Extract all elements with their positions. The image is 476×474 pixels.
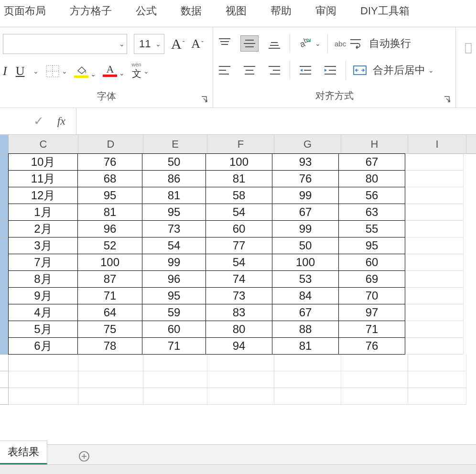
ribbon-overflow[interactable] [456,27,476,108]
menu-diy-toolbox[interactable]: DIY工具箱 [360,4,410,18]
cell[interactable]: 6月 [8,337,78,355]
cell[interactable]: 64 [77,304,142,321]
col-header-G[interactable]: G [274,135,341,153]
cell[interactable]: 86 [142,170,206,187]
cell[interactable] [78,355,143,371]
cell[interactable] [405,154,464,171]
cell[interactable]: 81 [142,187,206,204]
col-header-C[interactable]: C [9,135,78,153]
cell[interactable] [405,338,464,355]
cell[interactable] [143,371,207,388]
align-top-icon[interactable] [216,36,233,51]
row-header[interactable] [0,187,9,204]
cell[interactable] [341,388,408,405]
increase-font-icon[interactable]: Aˆ [171,36,184,52]
cell[interactable]: 67 [272,304,339,321]
cell[interactable] [341,355,408,371]
decrease-font-icon[interactable]: Aˇ [191,37,203,51]
cell[interactable] [405,271,464,288]
cell[interactable] [405,221,464,237]
cell[interactable] [405,237,464,254]
cell[interactable] [408,371,466,388]
cell[interactable]: 60 [142,321,206,338]
cell[interactable]: 8月 [8,270,78,288]
cell[interactable]: 50 [142,153,206,171]
row-header[interactable] [0,254,9,271]
cell[interactable]: 9月 [8,287,78,304]
cell[interactable]: 53 [272,270,339,288]
cell[interactable]: 95 [142,287,206,304]
cell[interactable]: 81 [272,337,339,355]
menu-view[interactable]: 视图 [226,4,247,18]
align-center-icon[interactable] [241,63,258,78]
cell[interactable] [78,371,143,388]
cell[interactable] [274,355,341,371]
cell[interactable]: 67 [272,204,339,221]
cell[interactable]: 60 [206,220,272,237]
cell[interactable]: 99 [142,254,206,271]
cell[interactable]: 63 [338,204,405,221]
cell[interactable] [274,371,341,388]
cell[interactable] [143,388,207,405]
cell[interactable]: 73 [142,220,206,237]
cell[interactable]: 50 [272,237,339,254]
cell[interactable] [78,388,143,405]
decrease-indent-icon[interactable] [297,63,314,78]
add-sheet-button[interactable] [76,448,92,464]
cell[interactable]: 87 [77,270,142,288]
row-header[interactable] [0,221,9,237]
cell[interactable]: 54 [142,237,206,254]
cell[interactable]: 95 [142,204,206,221]
cell[interactable]: 76 [338,337,405,355]
cell[interactable] [405,204,464,221]
cell[interactable] [405,288,464,304]
underline-button[interactable]: U [16,64,25,78]
cell[interactable]: 10月 [8,153,78,171]
fill-color-button[interactable]: ⌄ [74,64,96,78]
cell[interactable] [405,187,464,204]
cell[interactable]: 94 [206,337,272,355]
cell[interactable]: 54 [206,204,272,221]
cell[interactable]: 68 [77,170,142,187]
sheet-tab-active[interactable]: 表结果 [0,441,47,464]
cell[interactable]: 100 [272,254,339,271]
cell[interactable]: 54 [206,254,272,271]
cell[interactable] [207,355,274,371]
cell[interactable] [405,254,464,271]
cell[interactable] [341,371,408,388]
row-header[interactable] [0,388,9,405]
cell[interactable] [405,304,464,321]
menu-fangfanggezi[interactable]: 方方格子 [70,4,112,18]
align-right-icon[interactable] [266,63,283,78]
cell[interactable]: 67 [338,153,405,171]
col-header-I[interactable]: I [408,135,466,153]
increase-indent-icon[interactable] [322,63,339,78]
formula-input[interactable] [76,108,476,134]
cell[interactable] [274,388,341,405]
cell[interactable]: 80 [206,321,272,338]
align-left-icon[interactable] [216,63,233,78]
row-header[interactable] [0,288,9,304]
cell[interactable]: 84 [272,287,339,304]
col-header-E[interactable]: E [143,135,207,153]
font-dialog-launcher[interactable] [200,95,209,104]
menu-page-layout[interactable]: 页面布局 [4,4,46,18]
row-header[interactable] [0,237,9,254]
cell[interactable]: 100 [206,153,272,171]
cell[interactable] [9,371,78,388]
cell[interactable]: 99 [272,220,339,237]
cell[interactable] [207,371,274,388]
cell[interactable]: 99 [272,187,339,204]
cell[interactable]: 88 [272,321,339,338]
font-name-select[interactable]: ⌄ [3,34,127,54]
align-bottom-icon[interactable] [266,36,283,51]
col-header-F[interactable]: F [207,135,274,153]
row-header[interactable] [0,271,9,288]
cell[interactable] [408,355,466,371]
row-header[interactable] [0,371,9,388]
cell[interactable]: 7月 [8,254,78,271]
col-header-H[interactable]: H [341,135,408,153]
cell[interactable]: 76 [272,170,339,187]
row-header[interactable] [0,321,9,338]
menu-review[interactable]: 审阅 [315,4,336,18]
